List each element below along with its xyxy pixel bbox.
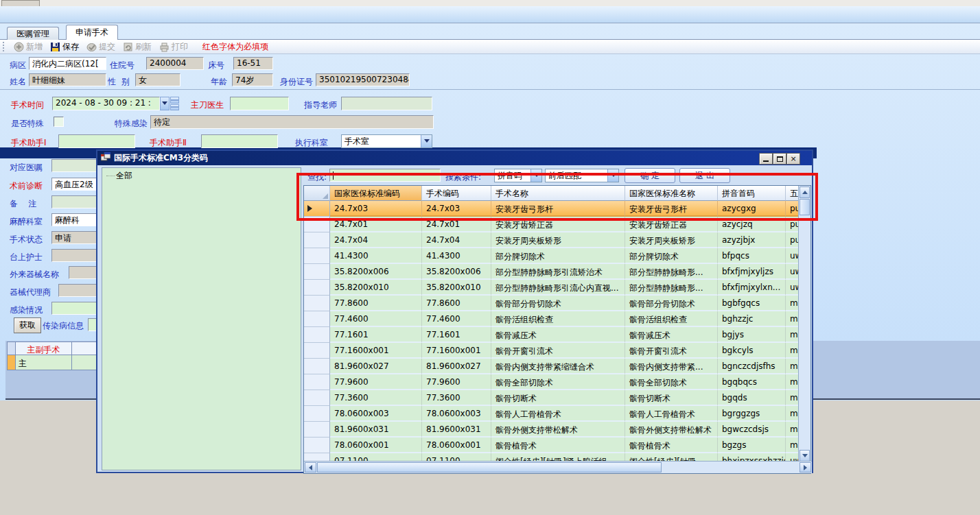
table-cell: 77.4600 xyxy=(422,311,491,327)
table-cell: 部分脾切除术 xyxy=(625,248,718,264)
chief-surgeon-label: 主刀医生 xyxy=(191,99,224,111)
row-selector-cell[interactable] xyxy=(304,406,330,422)
table-cell: 81.9600x027 xyxy=(422,359,491,374)
maximize-button[interactable] xyxy=(773,153,786,165)
subgrid-header-2 xyxy=(71,342,97,355)
table-row[interactable]: 77.460077.4600髌骨活组织检查髌骨活组织检查bghzzjcmmix xyxy=(304,311,800,327)
row-selector-cell[interactable] xyxy=(304,390,330,406)
table-cell: 78.0600x001 xyxy=(422,438,491,453)
table-cell: 77.8600 xyxy=(330,296,422,311)
horizontal-scrollbar[interactable] xyxy=(304,461,812,473)
horizontal-scroll-thumb[interactable] xyxy=(317,462,662,472)
tree-root-node[interactable]: 全部 xyxy=(116,171,132,180)
table-cell: bgqbqcs xyxy=(718,374,786,390)
fetch-button[interactable]: 获取 xyxy=(14,318,41,333)
table-row[interactable]: 78.0600x00178.0600x001髌骨植骨术髌骨植骨术bgzgsmms… xyxy=(304,438,800,453)
table-row[interactable]: 24.7x0424.7x04安装牙周夹板矫形安装牙周夹板矫形azyzjbjxpu… xyxy=(304,232,800,248)
chevron-down-icon[interactable] xyxy=(421,135,432,147)
table-cell: bgzgs xyxy=(718,438,786,453)
table-cell: bfxfjmjxylxn... xyxy=(718,280,786,296)
row-selector-cell[interactable] xyxy=(304,280,330,296)
scroll-left-icon[interactable] xyxy=(305,462,316,472)
new-button[interactable]: 新增 xyxy=(11,40,47,53)
table-cell: 髌骨内侧支持带紧缩缝合术 xyxy=(491,359,625,374)
vertical-scrollbar[interactable] xyxy=(798,186,810,462)
table-cell: bfpqcs xyxy=(718,248,786,264)
infectious-info-label: 传染病信息 xyxy=(43,320,84,332)
table-cell: bfxfjmjxyljzs xyxy=(718,264,786,280)
assistant2-field[interactable] xyxy=(201,134,278,148)
table-cell: mmgp xyxy=(786,343,800,359)
row-selector-cell[interactable] xyxy=(304,296,330,311)
table-cell: 髌骨内侧支持带紧... xyxy=(625,359,718,374)
dialog-title-bar[interactable]: 国际手术标准CM3分类码 xyxy=(97,151,812,165)
surgery-time-dropdown-button[interactable] xyxy=(160,97,170,110)
surgery-status-label: 手术状态 xyxy=(10,234,43,245)
table-cell: mmqw xyxy=(786,422,800,438)
toolbar-grip[interactable] xyxy=(3,42,6,51)
save-button[interactable]: 保存 xyxy=(47,40,84,53)
row-selector-cell[interactable] xyxy=(304,232,330,248)
table-cell: mmuw xyxy=(786,296,800,311)
row-selector-cell[interactable] xyxy=(304,264,330,280)
table-row[interactable]: 78.0600x00378.0600x003髌骨人工骨植骨术髌骨人工骨植骨术bg… xyxy=(304,406,800,422)
table-cell: 髌骨全部切除术 xyxy=(625,374,718,390)
row-selector-cell[interactable] xyxy=(304,343,330,359)
assistant1-field[interactable] xyxy=(58,134,135,148)
subgrid-row-cell-2[interactable] xyxy=(71,355,97,370)
is-special-checkbox[interactable] xyxy=(54,117,64,127)
table-cell: uwge xyxy=(786,280,800,296)
stage-nurse-label: 台上护士 xyxy=(10,252,43,263)
print-button[interactable]: 打印 xyxy=(156,40,193,53)
gender-field: 女 xyxy=(135,73,180,86)
refresh-button[interactable]: 刷新 xyxy=(120,40,156,53)
minimize-button[interactable] xyxy=(759,153,773,165)
surgery-time-spinner[interactable] xyxy=(170,97,179,110)
row-selector-cell[interactable] xyxy=(304,327,330,343)
table-cell: 78.0600x003 xyxy=(422,406,491,422)
ward-field[interactable]: 消化内二病区(12[ xyxy=(29,57,106,70)
exec-dept-combo[interactable]: 手术室 xyxy=(341,134,432,148)
row-selector-cell[interactable] xyxy=(304,438,330,453)
name-label: 姓名 xyxy=(10,76,26,88)
spinner-up-icon[interactable] xyxy=(170,97,179,104)
dialog-title: 国际手术标准CM3分类码 xyxy=(114,152,208,164)
table-row[interactable]: 77.1600x00177.1600x001髌骨开窗引流术髌骨开窗引流术bgkc… xyxy=(304,343,800,359)
table-row[interactable]: 77.160177.1601髌骨减压术髌骨减压术bgjysmmuc xyxy=(304,327,800,343)
admission-no-field: 2400004 xyxy=(146,57,204,70)
table-row[interactable]: 77.960077.9600髌骨全部切除术髌骨全部切除术bgqbqcsmmwu xyxy=(304,374,800,390)
table-row[interactable]: 77.360077.3600髌骨切断术髌骨切断术bgqdsmmad xyxy=(304,390,800,406)
spinner-down-icon[interactable] xyxy=(170,104,179,111)
table-row[interactable]: 81.9600x03181.9600x031髌骨外侧支持带松解术髌骨外侧支持带松… xyxy=(304,422,800,438)
close-button[interactable]: × xyxy=(786,153,800,165)
row-selector-cell[interactable] xyxy=(304,311,330,327)
table-cell: 77.3600 xyxy=(330,390,422,406)
table-cell: 安装牙周夹板矫形 xyxy=(491,232,625,248)
row-selector-cell[interactable] xyxy=(304,374,330,390)
table-cell: 部分型肺静脉畸形... xyxy=(625,264,718,280)
scroll-down-icon[interactable] xyxy=(800,450,810,462)
table-cell: 41.4300 xyxy=(422,248,491,264)
subgrid-row-main[interactable]: 主 xyxy=(15,355,72,370)
required-hint: 红色字体为必填项 xyxy=(202,41,268,53)
surgery-time-field[interactable]: 2024 - 08 - 30 09 : 21 : xyxy=(52,97,160,110)
row-selector-cell[interactable] xyxy=(304,422,330,438)
table-row[interactable]: 77.860077.8600髌骨部分骨切除术髌骨部分骨切除术bgbfgqcsmm… xyxy=(304,296,800,311)
table-row[interactable]: 35.8200x00635.8200x006部分型肺静脉畸形引流矫治术部分型肺静… xyxy=(304,264,800,280)
submit-button[interactable]: 提交 xyxy=(84,40,120,53)
table-cell: 35.8200x010 xyxy=(422,280,491,296)
row-selector-cell[interactable] xyxy=(304,359,330,374)
chief-surgeon-field[interactable] xyxy=(230,97,289,110)
scroll-right-icon[interactable] xyxy=(800,462,811,472)
table-cell: 77.3600 xyxy=(422,390,491,406)
table-row[interactable]: 41.430041.4300部分脾切除术部分脾切除术bfpqcsuwea xyxy=(304,248,800,264)
tab-apply-surgery[interactable]: 申请手术 xyxy=(66,25,118,40)
table-cell: 部分型肺静脉畸形引流心内直视... xyxy=(491,280,625,296)
remark-label: 备 注 xyxy=(10,198,36,210)
tutor-field xyxy=(341,97,432,110)
tab-order-management[interactable]: 医嘱管理 xyxy=(7,27,59,40)
table-cell: 77.1601 xyxy=(330,327,422,343)
table-row[interactable]: 35.8200x01035.8200x010部分型肺静脉畸形引流心内直视...部… xyxy=(304,280,800,296)
table-row[interactable]: 81.9600x02781.9600x027髌骨内侧支持带紧缩缝合术髌骨内侧支持… xyxy=(304,359,800,374)
row-selector-cell[interactable] xyxy=(304,248,330,264)
